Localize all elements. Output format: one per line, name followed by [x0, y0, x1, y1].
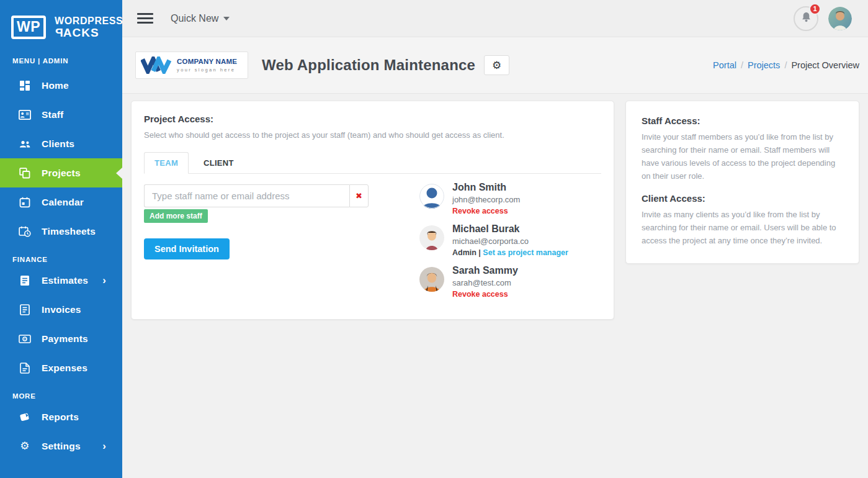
project-access-title: Project Access: [144, 114, 213, 124]
sidebar-more-menu: Reports ⚙ Settings › [0, 402, 122, 461]
user-row-john: John Smith john@thecorp.com Revoke acces… [419, 181, 568, 222]
sidebar-item-label: Reports [42, 412, 79, 423]
sidebar-item-estimates[interactable]: Estimates › [0, 266, 122, 295]
staff-search-input[interactable] [144, 184, 349, 207]
quick-new-dropdown[interactable]: Quick New [171, 13, 230, 24]
chevron-right-icon: › [102, 441, 106, 451]
chevron-right-icon: › [102, 275, 106, 286]
sidebar-item-label: Settings [42, 441, 81, 452]
project-access-card: Project Access: Select who should get ac… [131, 101, 614, 320]
dashboard-icon [19, 79, 31, 92]
people-icon [19, 138, 31, 150]
menu-toggle-icon[interactable] [137, 11, 153, 26]
avatar-cartoon-boy [419, 225, 444, 250]
client-access-text: Invite as many clients as you’d like fro… [642, 208, 843, 247]
project-settings-button[interactable]: ⚙ [484, 55, 509, 75]
breadcrumb-portal-link[interactable]: Portal [713, 60, 736, 70]
breadcrumb-separator: / [784, 60, 787, 70]
invoice-document-icon [19, 304, 31, 316]
sidebar-item-payments[interactable]: Payments [0, 324, 122, 353]
id-badge-icon [19, 109, 31, 121]
access-info-card: Staff Access: Invite your staff members … [625, 101, 859, 264]
send-invitation-button[interactable]: Send Invitation [144, 238, 230, 259]
user-name: Sarah Sammy [452, 265, 518, 276]
notifications-button[interactable]: 1 [794, 6, 818, 31]
app-window: WP WORDPRESS PACKS MENU | ADMIN Home Sta… [0, 0, 868, 478]
sidebar-section-more: MORE [0, 392, 122, 400]
sidebar-item-label: Staff [42, 109, 63, 120]
staff-access-text: Invite your staff members as you’d like … [642, 130, 843, 183]
avatar-woman-photo [419, 267, 444, 292]
client-access-title: Client Access: [642, 193, 843, 204]
sidebar-item-settings[interactable]: ⚙ Settings › [0, 431, 122, 461]
wordpress-packs-logo[interactable]: WP WORDPRESS PACKS [0, 0, 122, 45]
user-name: John Smith [452, 182, 520, 193]
gear-icon: ⚙ [19, 440, 31, 453]
clear-input-button[interactable]: ✖ [349, 184, 369, 207]
sidebar-item-clients[interactable]: Clients [0, 129, 122, 158]
logo-line1: WORDPRESS [55, 16, 123, 26]
sidebar-item-invoices[interactable]: Invoices [0, 295, 122, 324]
user-email: michael@corporta.co [452, 237, 568, 246]
user-email: john@thecorp.com [452, 195, 520, 204]
tab-client[interactable]: CLIENT [194, 152, 244, 174]
timesheet-clock-icon [19, 225, 31, 238]
staff-access-title: Staff Access: [642, 115, 843, 126]
sidebar-item-label: Projects [42, 168, 81, 179]
logo-line2: PACKS [55, 27, 123, 38]
sidebar-item-staff[interactable]: Staff [0, 100, 122, 129]
company-logo-mark [141, 56, 173, 74]
project-users-list: John Smith john@thecorp.com Revoke acces… [419, 181, 568, 305]
user-name: Michael Burak [452, 223, 568, 235]
sidebar-finance-menu: Estimates › Invoices Payments Expenses [0, 266, 122, 382]
set-project-manager-link[interactable]: Set as project manager [483, 248, 568, 257]
sidebar: WP WORDPRESS PACKS MENU | ADMIN Home Sta… [0, 0, 122, 478]
page-title: Web Application Maintenance [262, 56, 475, 74]
folder-copy-icon [19, 167, 31, 179]
topbar: Quick New 1 [122, 0, 868, 37]
tab-team[interactable]: TEAM [144, 152, 189, 174]
caret-down-icon [223, 17, 230, 20]
company-logo: COMPANY NAME your slogan here [135, 52, 248, 79]
calendar-icon [19, 196, 31, 209]
user-role: Admin | [452, 248, 481, 257]
add-more-staff-button[interactable]: Add more staff [144, 209, 208, 223]
sidebar-item-calendar[interactable]: Calendar [0, 187, 122, 217]
company-slogan: your slogan here [177, 68, 237, 73]
banknote-icon [19, 333, 31, 345]
sidebar-item-label: Invoices [42, 304, 81, 315]
sidebar-main-menu: Home Staff Clients Projects [0, 71, 122, 246]
sidebar-item-home[interactable]: Home [0, 71, 122, 100]
company-name: COMPANY NAME [177, 58, 237, 66]
sidebar-section-finance: FINANCE [0, 256, 122, 263]
staff-search-group: ✖ [144, 184, 369, 207]
sidebar-item-label: Clients [42, 138, 74, 150]
gear-icon: ⚙ [492, 60, 501, 71]
reports-icon [19, 411, 31, 423]
user-row-michael: Michael Burak michael@corporta.co Admin … [419, 222, 568, 264]
sidebar-item-reports[interactable]: Reports [0, 402, 122, 431]
notification-count-badge: 1 [809, 3, 821, 15]
sidebar-item-label: Estimates [42, 275, 88, 286]
breadcrumb-separator: / [741, 60, 743, 70]
sidebar-item-label: Home [42, 80, 69, 91]
sidebar-item-label: Payments [42, 333, 88, 345]
sidebar-item-label: Calendar [42, 197, 84, 208]
user-avatar[interactable] [828, 7, 852, 30]
access-tabs: TEAM CLIENT [144, 152, 601, 174]
user-email: sarah@test.com [452, 278, 518, 287]
project-access-subtitle: Select who should get access to the proj… [144, 130, 504, 140]
revoke-access-link[interactable]: Revoke access [452, 207, 508, 215]
expense-page-icon [19, 362, 31, 374]
breadcrumb-projects-link[interactable]: Projects [748, 60, 780, 70]
sidebar-item-projects[interactable]: Projects [0, 158, 122, 187]
main-content: Project Access: Select who should get ac… [122, 94, 868, 478]
wp-logo-badge: WP [11, 16, 46, 39]
estimate-note-icon [19, 274, 31, 287]
sidebar-item-label: Timesheets [42, 226, 96, 237]
bell-icon [800, 11, 812, 25]
page-header: COMPANY NAME your slogan here Web Applic… [122, 37, 868, 94]
revoke-access-link[interactable]: Revoke access [452, 290, 508, 299]
sidebar-item-timesheets[interactable]: Timesheets [0, 217, 122, 246]
sidebar-item-expenses[interactable]: Expenses [0, 353, 122, 382]
